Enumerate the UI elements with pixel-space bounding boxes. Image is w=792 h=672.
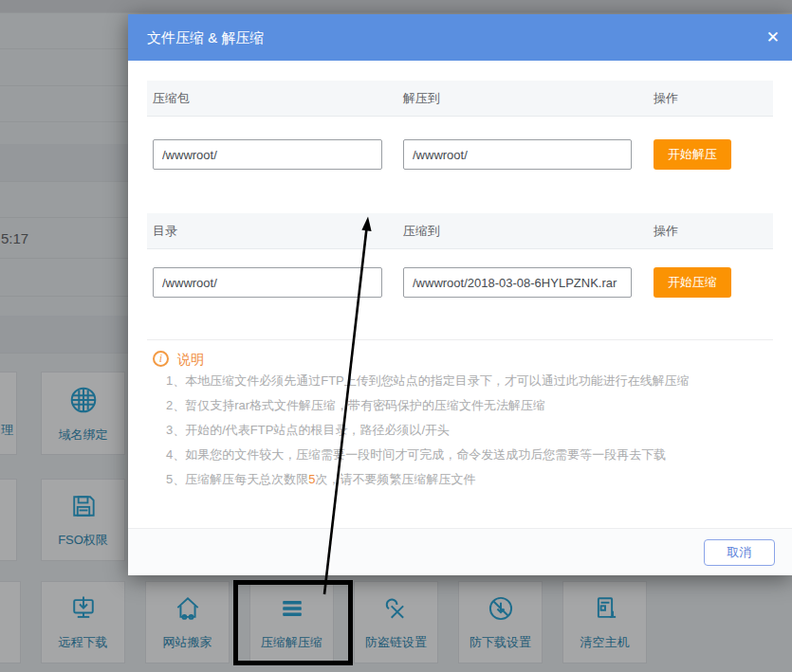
note-item: 3、开始的/代表FTP站点的根目录，路径必须以/开头 bbox=[166, 418, 754, 443]
info-icon: i bbox=[153, 351, 169, 367]
package-path-input[interactable] bbox=[153, 139, 382, 170]
start-compress-button[interactable]: 开始压缩 bbox=[654, 267, 731, 298]
start-decompress-button[interactable]: 开始解压 bbox=[654, 139, 731, 170]
column-label-directory: 目录 bbox=[153, 213, 177, 249]
note-item: 2、暂仅支持rar格式文件解压缩，带有密码保护的压缩文件无法解压缩 bbox=[166, 393, 754, 418]
column-label-action: 操作 bbox=[654, 213, 678, 249]
column-label-extract-to: 解压到 bbox=[403, 81, 440, 117]
compress-to-input[interactable] bbox=[403, 267, 632, 298]
note-item: 5、压缩解压每天总次数限5次，请不要频繁压缩解压文件 bbox=[166, 467, 754, 492]
column-label-action: 操作 bbox=[654, 81, 678, 117]
extract-to-input[interactable] bbox=[403, 139, 632, 170]
section-divider bbox=[147, 339, 773, 340]
modal-footer: 取消 bbox=[128, 528, 792, 575]
notes-title: 说明 bbox=[177, 352, 204, 369]
close-icon[interactable]: ✕ bbox=[766, 14, 780, 61]
annotation-highlight-rect bbox=[233, 580, 353, 665]
column-label-compress-to: 压缩到 bbox=[403, 213, 440, 249]
notes-list: 1、本地压缩文件必须先通过FTP上传到您站点的指定目录下，才可以通过此功能进行在… bbox=[166, 369, 754, 492]
decompress-header-row: 压缩包 解压到 操作 bbox=[147, 81, 773, 117]
column-label-package: 压缩包 bbox=[153, 81, 190, 117]
directory-input[interactable] bbox=[153, 267, 382, 298]
modal-header: 文件压缩 & 解压缩 ✕ bbox=[128, 14, 792, 61]
modal-title: 文件压缩 & 解压缩 bbox=[147, 14, 264, 61]
cancel-button[interactable]: 取消 bbox=[704, 539, 775, 566]
compress-modal: 文件压缩 & 解压缩 ✕ 压缩包 解压到 操作 开始解压 目录 压缩到 操作 开… bbox=[128, 14, 792, 575]
screen: 5:17 理 域名绑定 bbox=[0, 0, 792, 672]
note-item: 4、如果您的文件较大，压缩需要一段时间才可完成，命令发送成功后您需要等一段再去下… bbox=[166, 443, 754, 467]
compress-header-row: 目录 压缩到 操作 bbox=[147, 213, 773, 249]
note-item: 1、本地压缩文件必须先通过FTP上传到您站点的指定目录下，才可以通过此功能进行在… bbox=[166, 369, 754, 393]
